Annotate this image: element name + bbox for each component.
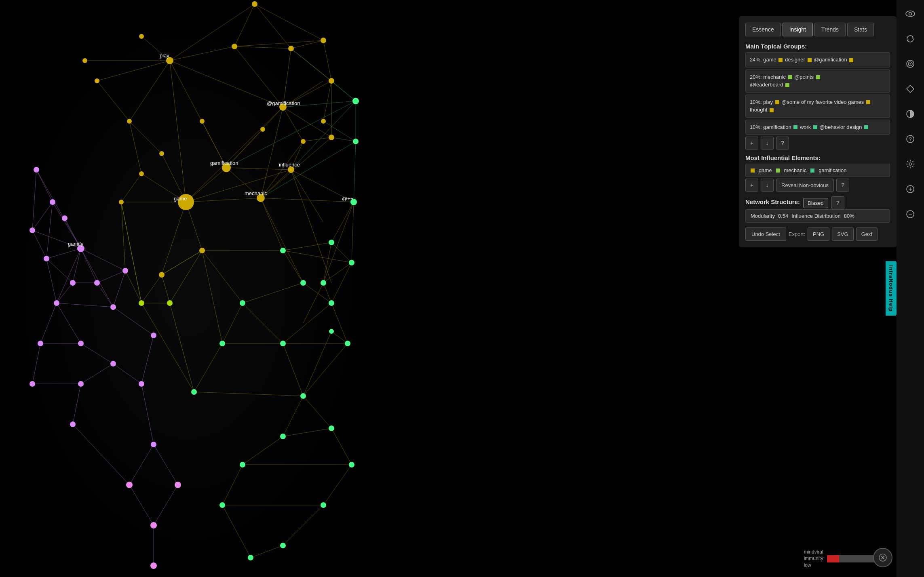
svg-point-188 — [280, 248, 286, 253]
metrics-row: Modularity 0.54 Influence Distribution 8… — [745, 209, 890, 223]
svg-point-204 — [349, 462, 354, 467]
svg-point-174 — [159, 151, 164, 156]
dot-play — [775, 100, 779, 104]
svg-point-219 — [110, 304, 116, 310]
close-button[interactable] — [873, 548, 892, 567]
svg-point-217 — [122, 268, 128, 274]
svg-point-211 — [62, 215, 68, 221]
dot-gamification-inf — [810, 168, 814, 173]
svg-point-193 — [329, 300, 334, 306]
label-influence: influence — [279, 162, 300, 168]
network-structure-row: Network Structure: Biased ? — [745, 196, 890, 209]
label-gamification: gamification — [210, 160, 238, 166]
svg-point-242 — [910, 63, 911, 65]
tab-insight[interactable]: Insight — [783, 23, 813, 36]
svg-point-209 — [34, 167, 39, 173]
inf-mechanic: mechanic — [784, 167, 807, 173]
svg-point-228 — [151, 442, 156, 447]
contrast-icon[interactable] — [901, 105, 919, 123]
help-influential-btn[interactable]: ? — [836, 179, 849, 192]
dot-gamification-at — [808, 58, 812, 62]
svg-point-191 — [321, 280, 326, 286]
tab-trends[interactable]: Trends — [814, 23, 846, 36]
topical-groups-section: Main Topical Groups: 24%: game designer … — [745, 43, 890, 150]
dot-points — [788, 75, 792, 79]
export-row: Undo Select Export: PNG SVG Gexf — [745, 227, 890, 241]
help-icon[interactable]: ? — [901, 130, 919, 148]
topical-actions: + ↓ ? — [745, 137, 890, 150]
zoom-out-icon[interactable] — [901, 205, 919, 223]
topic-group-3: 10%: play @some of my favorite video gam… — [745, 95, 890, 118]
label-mechanic: mechanic — [245, 190, 267, 196]
network-graph[interactable]: play @gamification gamification influenc… — [0, 0, 376, 577]
svg-point-224 — [78, 381, 84, 387]
influential-actions: + ↓ Reveal Non-obvious ? — [745, 179, 890, 192]
topic-group-4: 10%: gamification work @behavior design — [745, 120, 890, 135]
dot-leaderboard — [816, 75, 820, 79]
svg-point-206 — [321, 502, 326, 508]
svg-point-197 — [329, 329, 334, 334]
help-topic-btn[interactable]: ? — [776, 137, 789, 150]
refresh-icon[interactable] — [901, 30, 919, 48]
download-topic-btn[interactable]: ↓ — [761, 137, 774, 150]
add-topic-btn[interactable]: + — [745, 137, 758, 150]
svg-point-225 — [110, 361, 116, 366]
dot-thought-end — [770, 108, 774, 112]
svg-point-163 — [321, 38, 326, 43]
add-influential-btn[interactable]: + — [745, 179, 758, 192]
settings-icon[interactable] — [901, 155, 919, 173]
help-network-btn[interactable]: ? — [831, 196, 844, 209]
tab-essence[interactable]: Essence — [745, 23, 781, 36]
svg-point-239 — [909, 13, 912, 15]
svg-point-175 — [139, 171, 144, 176]
svg-point-166 — [95, 78, 99, 83]
svg-point-215 — [70, 280, 76, 286]
svg-point-169 — [127, 119, 132, 124]
export-gexf-btn[interactable]: Gexf — [856, 227, 878, 241]
svg-point-203 — [240, 462, 245, 467]
dot-thought — [866, 100, 870, 104]
label-atpp: @++ — [342, 196, 353, 202]
dot-work — [793, 125, 797, 129]
dot-mechanic-inf — [776, 168, 780, 173]
dot-behavior-end — [864, 125, 868, 129]
target-icon[interactable] — [901, 55, 919, 73]
undo-select-btn[interactable]: Undo Select — [745, 227, 786, 241]
reveal-nonobvious-btn[interactable]: Reveal Non-obvious — [776, 179, 834, 192]
influence-dist-value: 80% — [844, 213, 854, 219]
biased-badge: Biased — [803, 198, 828, 208]
tab-stats[interactable]: Stats — [847, 23, 874, 36]
dot-designer — [778, 58, 783, 62]
export-png-btn[interactable]: PNG — [808, 227, 829, 241]
infranodus-help-tab[interactable]: InfraNodus Help — [886, 261, 897, 316]
influential-title: Most Influential Elements: — [745, 154, 890, 161]
svg-point-233 — [139, 300, 144, 306]
export-label: Export: — [789, 231, 805, 237]
icon-toolbar: ? — [897, 0, 924, 577]
svg-point-230 — [175, 482, 181, 488]
diamond-icon[interactable] — [901, 80, 919, 98]
influential-section: Most Influential Elements: game mechanic… — [745, 154, 890, 192]
export-svg-btn[interactable]: SVG — [832, 227, 853, 241]
dot-behavior — [813, 125, 817, 129]
svg-point-168 — [321, 119, 326, 124]
svg-point-183 — [199, 248, 205, 253]
svg-point-229 — [126, 482, 133, 488]
dot-lb-end — [785, 83, 789, 87]
topic-group-1: 24%: game designer @gamification — [745, 52, 890, 67]
svg-text:?: ? — [909, 137, 912, 142]
svg-point-198 — [219, 341, 225, 346]
svg-point-190 — [349, 260, 354, 265]
label-gamify: gamify — [68, 241, 84, 247]
insight-panel: Essence Insight Trends Stats Main Topica… — [739, 16, 897, 247]
zoom-in-icon[interactable] — [901, 180, 919, 198]
dot-g1-end — [849, 58, 853, 62]
svg-point-186 — [353, 139, 359, 144]
svg-point-196 — [345, 341, 350, 346]
eye-icon[interactable] — [901, 5, 919, 23]
svg-point-205 — [219, 502, 225, 508]
svg-point-184 — [159, 272, 165, 278]
download-influential-btn[interactable]: ↓ — [761, 179, 774, 192]
svg-rect-0 — [0, 0, 376, 577]
svg-point-201 — [280, 434, 286, 439]
